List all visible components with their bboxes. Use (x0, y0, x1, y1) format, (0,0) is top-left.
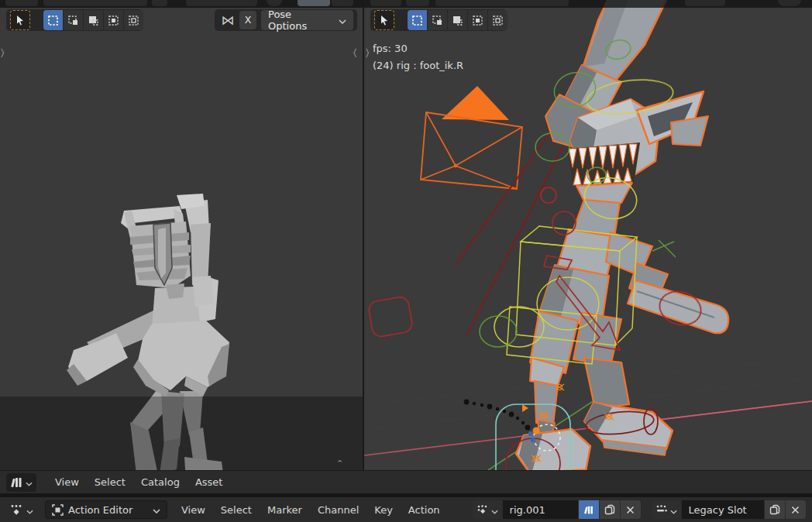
menu-marker[interactable]: Marker (260, 504, 310, 516)
select-mode-intersect-button[interactable] (124, 10, 143, 30)
chevron-down-icon (153, 504, 160, 516)
menu-view[interactable]: View (47, 476, 87, 488)
scene-left-camera-view (0, 0, 363, 470)
dope-sheet-header: Action Editor View Select Marker Channel… (0, 497, 812, 522)
fps-counter: fps: 30 (373, 40, 463, 57)
select-mode-subtract-button[interactable] (448, 10, 467, 30)
asset-icon (583, 505, 594, 515)
select-mode-set-button[interactable] (408, 10, 427, 30)
action-unlink-button[interactable] (621, 500, 641, 519)
select-mode-invert-button[interactable] (104, 10, 123, 30)
frame-bone-info: (24) rig : foot_ik.R (373, 57, 463, 74)
select-mode-extend-button[interactable] (428, 10, 447, 30)
menu-catalog[interactable]: Catalog (133, 476, 188, 488)
select-mode-group (43, 10, 143, 30)
header-partial-widget[interactable] (186, 0, 257, 6)
asset-shelf-expand-arrow[interactable]: ⌃ (336, 458, 343, 469)
slot-name: Legacy Slot (689, 504, 747, 516)
active-tool-tweak-button[interactable] (374, 10, 394, 30)
header-partial-widget[interactable] (5, 0, 38, 6)
menu-select[interactable]: Select (87, 476, 133, 488)
header-partial-widget[interactable] (778, 0, 801, 6)
slot-name-field[interactable]: Legacy Slot (682, 500, 764, 519)
pose-options-label: Pose Options (268, 9, 332, 32)
active-tool-tweak-button[interactable] (10, 10, 30, 30)
chevron-down-icon (491, 503, 498, 517)
select-mode-set-button[interactable] (43, 10, 63, 30)
chevron-down-icon (670, 503, 677, 517)
menu-view[interactable]: View (174, 504, 213, 516)
select-mode-group (408, 10, 508, 30)
select-mode-subtract-button[interactable] (84, 10, 103, 30)
dope-sheet-icon (10, 503, 24, 516)
action-slot-selector: Legacy Slot (652, 500, 806, 519)
header-partial-widget[interactable] (298, 0, 330, 6)
header-partial-widget[interactable] (267, 0, 282, 6)
tool-settings-left: ⋈ X Pose Options (0, 8, 363, 33)
editor-type-asset-browser-button[interactable] (6, 473, 36, 492)
action-icon (477, 504, 489, 516)
close-icon (626, 506, 635, 514)
header-partial-widget[interactable] (406, 0, 429, 6)
viewport-3d-right[interactable]: fps: 30 (24) rig : foot_ik.R 〉 (364, 0, 812, 470)
close-icon (791, 506, 800, 514)
viewport-header-cutoff (0, 0, 363, 8)
header-partial-widget[interactable] (43, 0, 147, 6)
slot-unlink-button[interactable] (786, 500, 806, 519)
pose-options-dropdown[interactable]: Pose Options (261, 10, 353, 30)
sidebar-expand-arrow[interactable]: 〈 (353, 47, 356, 58)
slot-browse-button[interactable] (652, 500, 681, 519)
select-mode-invert-button[interactable] (468, 10, 487, 30)
menu-channel[interactable]: Channel (310, 504, 366, 516)
action-datablock-selector: rig.001 (473, 500, 641, 519)
cursor-icon (15, 15, 26, 26)
x-mirror-butterfly-icon[interactable]: ⋈ (218, 10, 237, 30)
duplicate-icon (769, 504, 780, 515)
header-partial-widget[interactable] (435, 0, 569, 6)
header-partial-widget[interactable] (152, 0, 167, 6)
cursor-icon (379, 15, 390, 26)
action-name: rig.001 (510, 504, 545, 516)
toolbar-expand-arrow[interactable]: 〉 (366, 47, 369, 58)
editor-mode-label: Action Editor (68, 504, 132, 516)
menu-select[interactable]: Select (213, 504, 260, 516)
chevron-down-icon (26, 503, 33, 517)
mirror-x-toggle-button[interactable]: X (239, 11, 256, 29)
editor-mode-dropdown[interactable]: Action Editor (45, 500, 167, 519)
chevron-down-icon (339, 15, 346, 26)
toolbar-expand-arrow[interactable]: 〉 (1, 47, 4, 58)
editor-type-dope-sheet-button[interactable] (6, 500, 37, 519)
menu-asset[interactable]: Asset (188, 476, 231, 488)
action-slot-icon (655, 504, 668, 516)
action-editor-mode-icon (52, 504, 64, 516)
menu-key[interactable]: Key (366, 504, 401, 516)
menu-action[interactable]: Action (401, 504, 448, 516)
select-mode-intersect-button[interactable] (488, 10, 508, 30)
asset-browser-header: View Select Catalog Asset (0, 470, 812, 493)
action-name-field[interactable]: rig.001 (503, 500, 578, 519)
blender-window: ⋈ X Pose Options 〉 〈 ⌃ (0, 0, 812, 522)
asset-browser-icon (10, 476, 23, 489)
chevron-down-icon (26, 475, 33, 489)
duplicate-icon (604, 504, 615, 515)
viewport-stats-overlay: fps: 30 (24) rig : foot_ik.R (373, 40, 463, 74)
slot-duplicate-button[interactable] (765, 500, 785, 519)
tool-settings-right (364, 8, 812, 33)
header-partial-widget[interactable] (370, 0, 401, 6)
viewport-3d-left[interactable]: ⋈ X Pose Options 〉 〈 ⌃ (0, 0, 363, 470)
header-partial-widget[interactable] (685, 0, 725, 6)
viewport-header-cutoff (364, 0, 812, 8)
header-partial-widget[interactable] (332, 0, 353, 6)
action-new-copy-button[interactable] (600, 500, 620, 519)
action-asset-toggle-button[interactable] (579, 500, 599, 519)
action-browse-button[interactable] (473, 500, 502, 519)
select-mode-extend-button[interactable] (64, 10, 83, 30)
